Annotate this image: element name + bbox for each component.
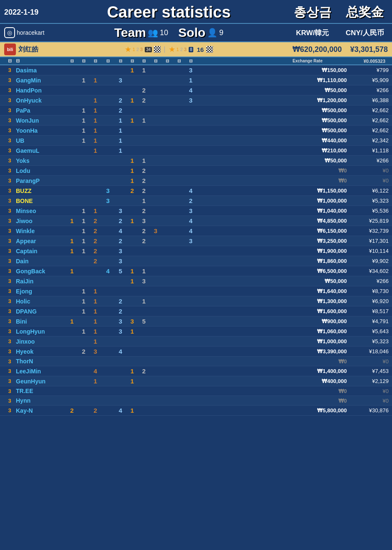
table-row: 3 LongHyun 1 1 3 1 ₩1,060,000 ¥5,643 <box>0 326 392 337</box>
stop8-badge: 8 <box>189 47 194 52</box>
silver-sup2: 2 <box>136 47 139 52</box>
ssilver-sup2: 2 <box>180 47 183 52</box>
prize-krw: ₩50,000 <box>197 157 347 164</box>
player-name: Yoks <box>16 157 66 164</box>
prize-cny-header: 总奖金 <box>342 4 388 21</box>
prize-cny: ¥2,342 <box>347 137 389 144</box>
player-rank: 3 <box>3 288 16 294</box>
prize-krw: ₩0 <box>197 358 347 365</box>
prize-krw: ₩4,850,000 <box>197 218 347 224</box>
player-rank: 3 <box>3 117 16 123</box>
table-row: 3 Dasima 1 1 3 ₩150,000 ¥799 <box>0 65 392 75</box>
table-row: 3 ParangP 1 2 ₩0 ¥0 <box>0 176 392 186</box>
table-row: 3 YoonHa 1 1 1 ₩500,000 ¥2,662 <box>0 126 392 136</box>
prize-krw: ₩3,390,000 <box>197 348 347 355</box>
table-row: 3 BONE 3 1 2 ₩1,000,000 ¥5,323 <box>0 196 392 206</box>
prize-krw: ₩210,000 <box>197 147 347 154</box>
solo-icon: 👤 <box>207 28 218 38</box>
prize-krw: ₩0 <box>197 177 347 184</box>
table-row: 3 Winkle 1 2 4 2 3 4 ₩6,150,000 ¥32,739 <box>0 226 392 236</box>
prize-cny: ¥30,876 <box>347 407 389 414</box>
table-row: 3 Minseo 1 1 3 2 3 ₩1,040,000 ¥5,536 <box>0 206 392 216</box>
user-row: bili 刘红皓 ★ 1 2 3 34 | ★ 1 2 3 8 16 ₩620,… <box>0 42 392 57</box>
table-row: 3 HandPon 2 4 ₩50,000 ¥266 <box>0 85 392 95</box>
table-row: 3 GeunHyun 1 1 ₩400,000 ¥2,129 <box>0 376 392 386</box>
col-t2-header: ⊟ <box>78 59 90 63</box>
player-rank: 3 <box>3 407 16 414</box>
player-name: Hynn <box>16 397 66 404</box>
prize-cny: ¥18,046 <box>347 348 389 355</box>
player-rank: 3 <box>3 218 16 224</box>
prize-cny: ¥7,453 <box>347 368 389 374</box>
table-row: 3 OnHyuck 1 2 1 2 3 ₩1,200,000 ¥6,388 <box>0 95 392 105</box>
currency-cny: CNY/人民币 <box>342 28 388 38</box>
col-s16-header: ⊟ <box>173 59 185 63</box>
checker1-icon <box>154 46 161 53</box>
table-row: 3 GongBack 1 4 5 1 1 ₩6,500,000 ¥34,602 <box>0 266 392 276</box>
prize-krw: ₩1,110,000 <box>197 77 347 83</box>
player-name: Winkle <box>16 228 66 234</box>
prize-cny: ¥5,323 <box>347 198 389 204</box>
solo-count: 9 <box>219 28 223 37</box>
player-rank: 3 <box>3 147 16 154</box>
player-name: BUZZ <box>16 188 66 194</box>
player-name: Bini <box>16 318 66 325</box>
player-rank: 3 <box>3 238 16 244</box>
player-name: HandPon <box>16 87 66 94</box>
prize-krw: ₩1,860,000 <box>197 258 347 264</box>
prize-krw: ₩6,150,000 <box>197 228 347 234</box>
player-rank: 3 <box>3 228 16 234</box>
prize-krw: ₩1,300,000 <box>197 298 347 304</box>
table-row: 3 RaiJin 1 3 ₩50,000 ¥266 <box>0 276 392 286</box>
player-name: Ejong <box>16 288 66 295</box>
prize-cny: ¥17,301 <box>347 238 389 244</box>
player-name: RaiJin <box>16 278 66 285</box>
header-middle: ◎ horacekart Team 👥 10 Solo 👤 9 KRW/韓元 C… <box>0 24 392 42</box>
prize-cny: ¥34,602 <box>347 268 389 274</box>
player-rank: 3 <box>3 378 16 384</box>
player-name: Holic <box>16 298 66 305</box>
player-name: Kay-N <box>16 407 66 414</box>
player-name: UB <box>16 137 66 144</box>
player-name: Jiwoo <box>16 218 66 224</box>
col-sc-header: ⊟ <box>185 59 197 63</box>
sgold-sup1: 1 <box>177 47 179 52</box>
prize-krw: ₩3,250,000 <box>197 238 347 244</box>
table-row: 3 GangMin 1 1 3 1 ₩1,110,000 ¥5,909 <box>0 75 392 85</box>
table-row: 3 Jiwoo 1 1 2 2 1 3 4 ₩4,850,000 ¥25,819 <box>0 216 392 226</box>
col-rank-header: ⊟ <box>3 58 16 64</box>
table-row: 3 Dain 2 3 ₩1,860,000 ¥9,902 <box>0 256 392 266</box>
table-row: 3 Yoks 1 1 ₩50,000 ¥266 <box>0 156 392 166</box>
prize-krw: ₩1,400,000 <box>197 368 347 374</box>
player-rank: 3 <box>3 137 16 144</box>
player-rank: 3 <box>3 258 16 264</box>
prize-krw: ₩1,000,000 <box>197 198 347 204</box>
player-name: Captain <box>16 248 66 254</box>
col-s3-header: ⊟ <box>150 59 161 63</box>
header-top: 2022-1-19 Career statistics 총상금 总奖金 <box>0 0 392 24</box>
player-name: YoonHa <box>16 127 66 134</box>
prize-krw: ₩500,000 <box>197 117 347 123</box>
col-t34-header: ⊟ <box>101 59 115 63</box>
player-name: Dain <box>16 258 66 265</box>
sbronze-sup3: 3 <box>184 47 187 52</box>
player-name: GeunHyun <box>16 378 66 385</box>
prize-cny: ¥2,129 <box>347 378 389 384</box>
prize-cny: ¥266 <box>347 157 389 164</box>
col-s2-header: ⊟ <box>138 59 150 63</box>
table-row: 3 Ejong 1 1 ₩1,640,000 ¥8,730 <box>0 286 392 296</box>
prize-krw: ₩1,600,000 <box>197 308 347 314</box>
prize-krw: ₩50,000 <box>197 278 347 284</box>
table-row: 3 Captain 1 1 2 3 ₩1,900,000 ¥10,114 <box>0 246 392 256</box>
user-platform-icon: bili <box>4 44 16 55</box>
prize-cny: ¥6,388 <box>347 97 389 103</box>
career-title: Career statistics <box>54 3 283 21</box>
table-row: 3 Lodu 1 2 ₩0 ¥0 <box>0 166 392 176</box>
prize-cny: ¥8,730 <box>347 288 389 294</box>
col-tc-header: ⊟ <box>115 59 126 63</box>
social-icon: ◎ <box>4 27 15 38</box>
total-prize-krw: ₩620,200,000 <box>283 45 342 54</box>
prize-cny: ¥8,517 <box>347 308 389 314</box>
player-rank: 3 <box>3 398 16 404</box>
player-rank: 3 <box>3 87 16 93</box>
